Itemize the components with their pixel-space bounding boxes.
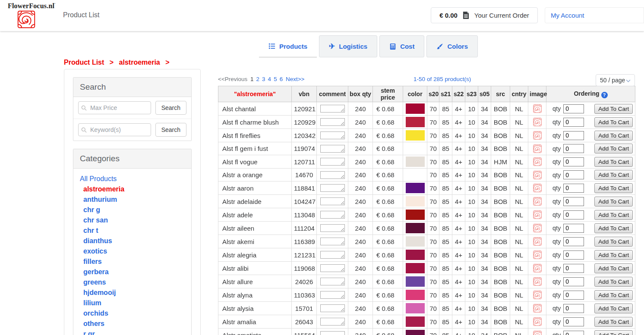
qty-input[interactable]: [563, 291, 584, 300]
category-all-products[interactable]: All Products: [80, 174, 185, 184]
qty-input[interactable]: [563, 197, 584, 206]
add-to-cart-button[interactable]: Add To Cart: [594, 210, 633, 220]
product-rose-thumbnail[interactable]: [533, 304, 542, 313]
category-item-hjdemooij[interactable]: hjdemooij: [80, 288, 185, 298]
my-account-button[interactable]: My Account: [545, 7, 644, 23]
product-rose-thumbnail[interactable]: [533, 331, 542, 335]
qty-input[interactable]: [563, 144, 584, 153]
max-price-input[interactable]: [78, 101, 151, 114]
add-to-cart-button[interactable]: Add To Cart: [594, 170, 633, 180]
product-rose-thumbnail[interactable]: [533, 157, 542, 166]
pagination-page-2[interactable]: 2: [256, 76, 260, 82]
product-rose-thumbnail[interactable]: [533, 104, 542, 113]
logo[interactable]: FlowerFocus.nl': [8, 2, 55, 28]
comment-input[interactable]: [320, 171, 345, 179]
add-to-cart-button[interactable]: Add To Cart: [594, 183, 633, 193]
qty-input[interactable]: [563, 264, 584, 273]
pagination-page-1[interactable]: 1: [250, 76, 254, 82]
comment-input[interactable]: [320, 224, 345, 232]
page-size-select[interactable]: 50 / page: [596, 74, 635, 86]
ordering-help-icon[interactable]: ?: [601, 92, 608, 98]
qty-input[interactable]: [563, 317, 584, 326]
qty-input[interactable]: [563, 104, 584, 113]
tab-logistics[interactable]: ✈ Logistics: [319, 35, 377, 57]
breadcrumb-product-list[interactable]: Product List: [64, 59, 104, 66]
add-to-cart-button[interactable]: Add To Cart: [594, 144, 633, 153]
comment-input[interactable]: [320, 211, 345, 219]
pagination-page-5[interactable]: 5: [274, 76, 277, 82]
qty-input[interactable]: [563, 237, 584, 246]
product-rose-thumbnail[interactable]: [533, 317, 542, 326]
product-rose-thumbnail[interactable]: [533, 237, 542, 246]
qty-input[interactable]: [563, 224, 584, 233]
category-item-others[interactable]: others: [80, 319, 185, 329]
max-price-search-button[interactable]: Search: [155, 101, 186, 115]
comment-input[interactable]: [320, 278, 345, 285]
qty-input[interactable]: [563, 210, 584, 219]
qty-input[interactable]: [563, 304, 584, 313]
product-rose-thumbnail[interactable]: [533, 197, 542, 206]
add-to-cart-button[interactable]: Add To Cart: [594, 237, 633, 247]
category-item-exotics[interactable]: exotics: [80, 246, 185, 257]
qty-input[interactable]: [563, 131, 584, 140]
add-to-cart-button[interactable]: Add To Cart: [594, 263, 633, 273]
add-to-cart-button[interactable]: Add To Cart: [594, 290, 633, 300]
category-item-fillers[interactable]: fillers: [80, 257, 185, 267]
product-rose-thumbnail[interactable]: [533, 277, 542, 286]
tab-products[interactable]: Products: [259, 35, 317, 57]
add-to-cart-button[interactable]: Add To Cart: [594, 223, 633, 233]
comment-input[interactable]: [320, 145, 345, 153]
comment-input[interactable]: [320, 264, 345, 272]
add-to-cart-button[interactable]: Add To Cart: [594, 117, 633, 127]
category-item-anthurium[interactable]: anthurium: [80, 194, 185, 205]
qty-input[interactable]: [563, 277, 584, 286]
breadcrumb-alstroemeria[interactable]: alstroemeria: [119, 59, 160, 66]
pagination-page-4[interactable]: 4: [268, 76, 271, 82]
comment-input[interactable]: [320, 251, 345, 259]
add-to-cart-button[interactable]: Add To Cart: [594, 304, 633, 313]
add-to-cart-button[interactable]: Add To Cart: [594, 250, 633, 260]
tab-colors[interactable]: Colors: [426, 35, 478, 57]
qty-input[interactable]: [563, 118, 584, 127]
add-to-cart-button[interactable]: Add To Cart: [594, 330, 633, 335]
comment-input[interactable]: [320, 118, 345, 126]
comment-input[interactable]: [320, 304, 345, 312]
category-item-chr-t[interactable]: chr t: [80, 225, 185, 236]
comment-input[interactable]: [320, 158, 345, 166]
qty-input[interactable]: [563, 157, 584, 166]
category-item-r-gr[interactable]: r gr: [80, 329, 185, 335]
product-rose-thumbnail[interactable]: [533, 131, 542, 140]
product-rose-thumbnail[interactable]: [533, 224, 542, 232]
category-item-chr-g[interactable]: chr g: [80, 205, 185, 215]
add-to-cart-button[interactable]: Add To Cart: [594, 317, 633, 327]
comment-input[interactable]: [320, 238, 345, 245]
pagination-page-6[interactable]: 6: [280, 76, 283, 82]
add-to-cart-button[interactable]: Add To Cart: [594, 157, 633, 167]
category-item-dianthus[interactable]: dianthus: [80, 236, 185, 246]
comment-input[interactable]: [320, 184, 345, 192]
pagination-next[interactable]: Next>>: [286, 76, 305, 82]
product-rose-thumbnail[interactable]: [533, 264, 542, 272]
comment-input[interactable]: [320, 105, 345, 113]
qty-input[interactable]: [563, 184, 584, 193]
tab-cost[interactable]: Cost: [379, 35, 424, 57]
add-to-cart-button[interactable]: Add To Cart: [594, 197, 633, 207]
product-rose-thumbnail[interactable]: [533, 210, 542, 219]
comment-input[interactable]: [320, 318, 345, 326]
comment-input[interactable]: [320, 131, 345, 139]
product-rose-thumbnail[interactable]: [533, 118, 542, 126]
category-item-lilium[interactable]: lilium: [80, 298, 185, 308]
category-item-gerbera[interactable]: gerbera: [80, 267, 185, 277]
comment-input[interactable]: [320, 331, 345, 335]
product-rose-thumbnail[interactable]: [533, 291, 542, 299]
comment-input[interactable]: [320, 291, 345, 299]
category-item-orchids[interactable]: orchids: [80, 308, 185, 319]
product-rose-thumbnail[interactable]: [533, 250, 542, 259]
keyword-search-button[interactable]: Search: [155, 123, 186, 137]
product-rose-thumbnail[interactable]: [533, 184, 542, 192]
qty-input[interactable]: [563, 250, 584, 260]
qty-input[interactable]: [563, 170, 584, 179]
add-to-cart-button[interactable]: Add To Cart: [594, 277, 633, 287]
pagination-page-3[interactable]: 3: [262, 76, 265, 82]
category-item-greens[interactable]: greens: [80, 277, 185, 288]
